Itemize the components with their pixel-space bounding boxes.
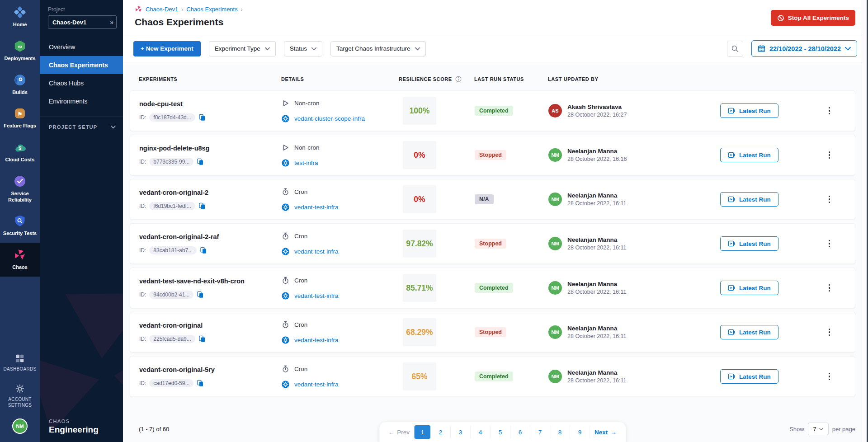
new-experiment-button[interactable]: + New Experiment	[133, 41, 201, 56]
column-resilience-score: RESILIENCE SCORE	[399, 76, 474, 82]
prev-page-button[interactable]: ← Prev	[384, 425, 414, 439]
copy-icon[interactable]	[200, 247, 207, 254]
breadcrumb-separator: ›	[181, 6, 183, 13]
copy-icon[interactable]	[197, 380, 204, 387]
per-page-control: Show 7 per page	[789, 423, 855, 435]
latest-run-icon	[728, 107, 735, 114]
copy-icon[interactable]	[198, 114, 206, 121]
breadcrumb-project-link[interactable]: Chaos-Dev1	[146, 6, 178, 13]
latest-run-button[interactable]: Latest Run	[720, 103, 778, 118]
breadcrumb-separator: ›	[241, 6, 243, 13]
experiment-name[interactable]: vedant-cron-original-2-raf	[139, 233, 282, 240]
chaos-watermark-icon	[40, 250, 123, 442]
page-button-7[interactable]: 7	[530, 425, 550, 439]
nav-item-chaos-experiments[interactable]: Chaos Experiments	[40, 56, 123, 74]
filter-status[interactable]: Status	[284, 41, 322, 56]
security-tests-icon	[14, 215, 26, 227]
latest-run-button[interactable]: Latest Run	[720, 369, 778, 384]
nav-item-environments[interactable]: Environments	[40, 92, 123, 110]
page-title: Chaos Experiments	[135, 17, 856, 28]
kubernetes-infra-icon	[282, 115, 289, 122]
sidebar-item-security-tests[interactable]: Security Tests	[0, 209, 40, 243]
infra-link[interactable]: vedant-test-infra	[294, 248, 339, 255]
filter-target-infrastructure[interactable]: Target Chaos Infrastructure	[330, 41, 426, 56]
kebab-menu-icon[interactable]	[826, 237, 833, 250]
page-button-2[interactable]: 2	[430, 425, 450, 439]
latest-run-button[interactable]: Latest Run	[720, 192, 778, 207]
next-page-button[interactable]: Next →	[590, 425, 621, 439]
copy-icon[interactable]	[198, 202, 206, 210]
kebab-menu-icon[interactable]	[826, 193, 833, 206]
chevron-down-icon	[845, 47, 851, 51]
nav-item-chaos-hubs[interactable]: Chaos Hubs	[40, 74, 123, 92]
date-range-picker[interactable]: 22/10/2022 - 28/10/2022	[751, 40, 857, 57]
latest-run-icon	[728, 329, 735, 336]
page-button-5[interactable]: 5	[490, 425, 510, 439]
sidebar-item-deployments[interactable]: Deployments	[0, 34, 40, 68]
experiment-name[interactable]: vedant-cron-original-5ry	[139, 366, 282, 373]
experiment-name[interactable]: nginx-pod-delete-u8sg	[139, 145, 282, 152]
avatar: NM	[548, 281, 562, 295]
infra-link[interactable]: test-infra	[294, 160, 318, 166]
sidebar-item-home[interactable]: Home	[0, 0, 40, 34]
page-button-4[interactable]: 4	[470, 425, 490, 439]
sidebar-item-dashboards[interactable]: DASHBOARDS	[0, 348, 40, 378]
latest-run-button[interactable]: Latest Run	[720, 281, 778, 295]
page-button-8[interactable]: 8	[550, 425, 570, 439]
kebab-menu-icon[interactable]	[826, 104, 833, 118]
breadcrumb-page-link[interactable]: Chaos Experiments	[186, 6, 237, 13]
search-button[interactable]	[727, 41, 743, 57]
nav-divider	[40, 117, 123, 117]
kebab-menu-icon[interactable]	[826, 282, 833, 295]
filter-experiment-type[interactable]: Experiment Type	[209, 41, 276, 56]
updated-date: 28 October 2022, 16:11	[567, 245, 626, 251]
page-button-6[interactable]: 6	[510, 425, 530, 439]
table-row: vedant-cron-original ID: 225fcad5-da9...…	[130, 312, 855, 353]
latest-run-button[interactable]: Latest Run	[720, 148, 778, 162]
project-sidebar: Project Chaos-Dev1 » Overview Chaos Expe…	[40, 0, 123, 442]
infra-link[interactable]: vedant-test-infra	[294, 292, 339, 299]
copy-icon[interactable]	[197, 291, 204, 298]
module-kicker: CHAOS	[49, 418, 123, 424]
nav-item-overview[interactable]: Overview	[40, 38, 123, 56]
info-icon[interactable]	[455, 76, 462, 82]
experiment-name[interactable]: vedant-cron-original	[139, 322, 282, 329]
id-label: ID:	[139, 247, 146, 254]
column-last-run-status: LAST RUN STATUS	[474, 76, 548, 82]
infra-link[interactable]: vedant-cluster-scope-infra	[294, 115, 365, 122]
sidebar-item-chaos[interactable]: Chaos	[0, 243, 40, 277]
sidebar-item-builds[interactable]: Builds	[0, 68, 40, 102]
kebab-menu-icon[interactable]	[826, 370, 833, 383]
project-selector[interactable]: Chaos-Dev1 »	[48, 15, 117, 29]
updated-date: 28 October 2022, 16:16	[567, 156, 627, 162]
sidebar-item-feature-flags[interactable]: Feature Flags	[0, 101, 40, 135]
sidebar-item-cloud-costs[interactable]: Cloud Costs	[0, 135, 40, 169]
experiment-name[interactable]: vedant-cron-original-2	[139, 189, 282, 196]
user-avatar[interactable]: NM	[12, 418, 28, 434]
experiment-name[interactable]: node-cpu-test	[139, 100, 282, 108]
resilience-score: 85.71%	[403, 274, 436, 302]
page-button-3[interactable]: 3	[450, 425, 470, 439]
kebab-menu-icon[interactable]	[826, 326, 833, 339]
copy-icon[interactable]	[198, 335, 206, 343]
home-icon	[14, 6, 26, 19]
page-button-9[interactable]: 9	[570, 425, 590, 439]
stop-all-experiments-button[interactable]: Stop All Experiments	[771, 10, 855, 26]
latest-run-button[interactable]: Latest Run	[720, 236, 778, 251]
module-title: Engineering	[49, 425, 123, 435]
sidebar-item-service-reliability[interactable]: Service Reliability	[0, 169, 40, 209]
latest-run-button[interactable]: Latest Run	[720, 325, 778, 339]
infra-link[interactable]: vedant-test-infra	[294, 337, 339, 343]
project-setup-toggle[interactable]: PROJECT SETUP	[40, 124, 123, 130]
status-badge: Completed	[475, 283, 513, 293]
infra-link[interactable]: vedant-test-infra	[294, 204, 339, 211]
sidebar-item-account-settings[interactable]: ACCOUNT SETTINGS	[0, 378, 40, 414]
page-button-1[interactable]: 1	[414, 425, 430, 439]
copy-icon[interactable]	[197, 158, 204, 165]
experiment-name[interactable]: vedant-test-save-nd-exit-v8h-cron	[139, 277, 282, 285]
page-size-select[interactable]: 7	[808, 423, 829, 435]
id-label: ID:	[139, 380, 146, 386]
collapse-sidebar-icon[interactable]: »	[110, 19, 113, 26]
infra-link[interactable]: vedant-test-infra	[294, 381, 339, 388]
kebab-menu-icon[interactable]	[826, 149, 833, 162]
